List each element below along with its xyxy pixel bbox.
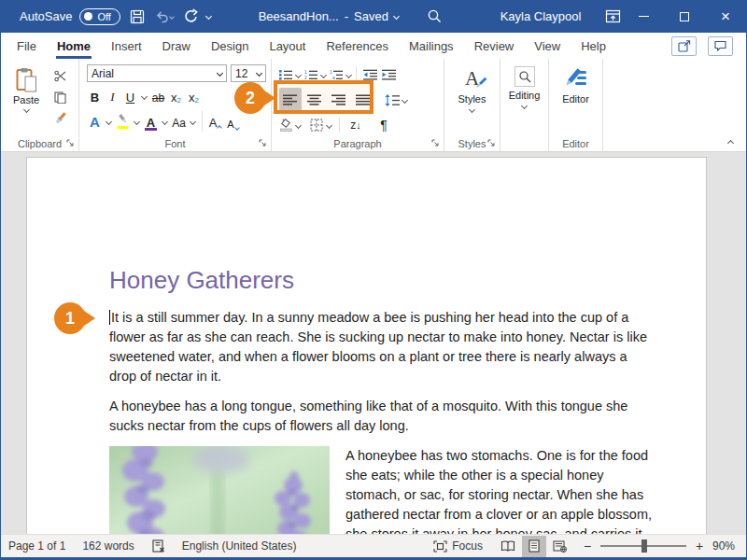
change-case-dropdown-icon[interactable] <box>190 118 196 124</box>
styles-button[interactable]: A Styles <box>444 59 500 132</box>
document-heading[interactable]: Honey Gatherers <box>109 266 655 295</box>
numbering-dropdown-icon[interactable] <box>320 71 327 77</box>
tab-draw[interactable]: Draw <box>152 33 201 59</box>
proofing-status-button[interactable] <box>151 539 165 553</box>
tab-references[interactable]: References <box>316 33 398 59</box>
font-name-combobox[interactable]: Arial <box>87 64 227 82</box>
line-spacing-icon <box>385 94 400 106</box>
font-color-dropdown-icon[interactable] <box>162 118 168 124</box>
minimize-button[interactable] <box>623 0 664 33</box>
superscript-button[interactable]: x2 <box>186 87 202 106</box>
borders-icon <box>310 119 323 132</box>
editing-button[interactable]: Editing <box>500 59 548 132</box>
print-layout-button[interactable] <box>522 536 546 557</box>
shading-button[interactable] <box>277 118 294 133</box>
close-button[interactable]: × <box>705 0 746 33</box>
show-formatting-marks-button[interactable]: ¶ <box>375 118 392 133</box>
tab-view[interactable]: View <box>524 33 571 59</box>
undo-button[interactable] <box>155 6 175 28</box>
read-mode-button[interactable] <box>496 536 520 557</box>
document-page[interactable]: Honey Gatherers It is a still summer day… <box>26 157 707 534</box>
strikethrough-button[interactable]: ab <box>150 87 166 106</box>
lavender-photo[interactable] <box>109 446 330 534</box>
cut-button[interactable] <box>51 68 68 83</box>
grow-font-arrow-icon <box>217 125 222 131</box>
comments-button[interactable] <box>708 36 733 56</box>
collapse-ribbon-icon[interactable] <box>727 140 734 147</box>
zoom-slider-thumb[interactable] <box>641 539 647 553</box>
customize-quick-access-icon[interactable] <box>203 6 216 28</box>
line-spacing-button[interactable] <box>384 92 401 107</box>
paragraph-2[interactable]: A honeybee has a long tongue, something … <box>109 397 649 436</box>
svg-text:1: 1 <box>304 69 307 75</box>
editor-button[interactable]: Editor <box>549 59 602 132</box>
word-count[interactable]: 162 words <box>82 539 134 553</box>
paragraph-1[interactable]: It is a still summer day. In a sunny mea… <box>109 308 649 386</box>
tab-design[interactable]: Design <box>201 33 259 59</box>
tab-home[interactable]: Home <box>47 33 101 59</box>
bold-button[interactable]: B <box>87 87 103 106</box>
line-spacing-dropdown-icon[interactable] <box>402 96 408 103</box>
underline-dropdown-icon[interactable] <box>141 92 148 99</box>
save-button[interactable] <box>128 6 148 28</box>
shrink-font-button[interactable]: A <box>225 112 241 132</box>
zoom-in-button[interactable]: + <box>694 539 705 553</box>
focus-mode-button[interactable]: Focus <box>433 539 483 553</box>
grow-font-button[interactable]: A <box>207 112 223 132</box>
borders-button[interactable] <box>308 118 325 133</box>
font-color-button[interactable]: A <box>143 112 159 132</box>
shading-bucket-icon <box>279 119 293 132</box>
zoom-slider[interactable] <box>600 545 686 547</box>
search-button[interactable] <box>425 6 444 28</box>
underline-button[interactable]: U <box>122 87 138 106</box>
tab-help[interactable]: Help <box>571 33 616 59</box>
redo-button[interactable] <box>181 6 201 28</box>
styles-label: Styles <box>458 93 486 105</box>
bullets-dropdown-icon[interactable] <box>295 71 302 77</box>
italic-button[interactable]: I <box>105 87 120 106</box>
paste-dropdown-icon[interactable] <box>22 106 29 113</box>
text-effects-button[interactable]: A <box>87 112 103 132</box>
document-title[interactable]: BeesandHon... - Saved <box>259 9 399 23</box>
tab-layout[interactable]: Layout <box>259 33 316 59</box>
language-indicator[interactable]: English (United States) <box>182 539 297 553</box>
highlight-dropdown-icon[interactable] <box>134 118 140 124</box>
tab-mailings[interactable]: Mailings <box>399 33 464 59</box>
copy-button[interactable] <box>51 90 68 105</box>
font-size-combobox[interactable]: 12 <box>231 64 266 82</box>
shading-dropdown-icon[interactable] <box>295 121 302 128</box>
status-bar: Page 1 of 1 162 words English (United St… <box>1 534 746 557</box>
editing-group: Editing <box>500 59 549 151</box>
font-dialog-launcher-icon[interactable] <box>258 138 268 148</box>
share-button[interactable] <box>671 36 697 56</box>
format-painter-button[interactable] <box>51 111 68 126</box>
paragraph-3[interactable]: A honeybee has two stomachs. One is for … <box>345 446 655 534</box>
autosave-toggle[interactable]: Off <box>79 8 120 25</box>
redo-icon <box>183 8 199 24</box>
increase-indent-button[interactable] <box>380 67 397 82</box>
tab-review[interactable]: Review <box>464 33 525 59</box>
text-effects-dropdown-icon[interactable] <box>106 118 112 124</box>
page-indicator[interactable]: Page 1 of 1 <box>8 539 65 553</box>
web-layout-button[interactable] <box>548 536 572 557</box>
multilevel-dropdown-icon[interactable] <box>345 71 352 77</box>
font-group-label: Font <box>79 138 271 149</box>
clipboard-dialog-launcher-icon[interactable] <box>65 138 76 148</box>
zoom-out-button[interactable]: − <box>582 539 593 553</box>
borders-dropdown-icon[interactable] <box>326 121 332 128</box>
subscript-button[interactable]: x2 <box>168 87 184 106</box>
tab-file[interactable]: File <box>7 33 47 59</box>
editing-label: Editing <box>509 90 541 101</box>
tab-insert[interactable]: Insert <box>101 33 152 59</box>
sort-button[interactable]: z↓ <box>347 118 364 133</box>
maximize-button[interactable] <box>664 0 705 33</box>
highlight-button[interactable] <box>115 112 131 132</box>
styles-dialog-launcher-icon[interactable] <box>486 138 497 148</box>
user-account[interactable]: Kayla Claypool <box>500 9 582 23</box>
change-case-button[interactable]: Aa <box>171 112 187 132</box>
zoom-level[interactable]: 90% <box>712 539 735 553</box>
font-size-dropdown-icon <box>256 70 262 77</box>
web-layout-icon <box>553 540 567 553</box>
ribbon-display-options-button[interactable] <box>603 6 623 28</box>
paragraph-dialog-launcher-icon[interactable] <box>430 138 441 148</box>
